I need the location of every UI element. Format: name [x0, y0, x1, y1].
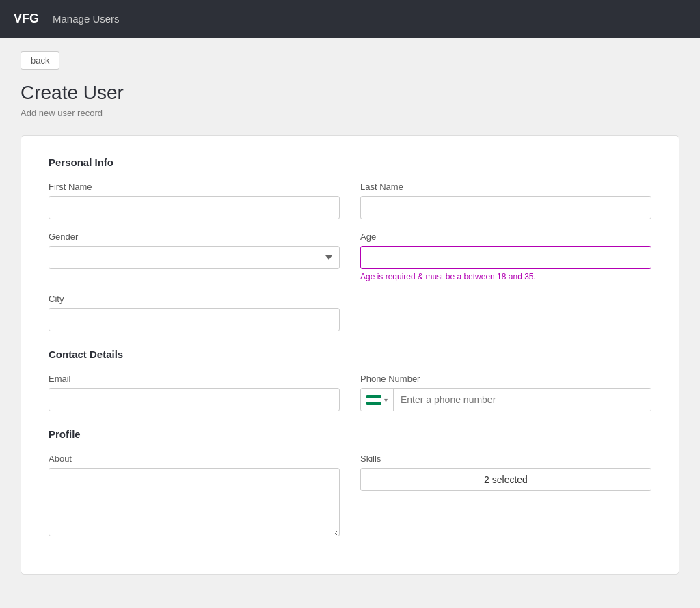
city-spacer: [360, 294, 651, 331]
personal-info-section: Personal Info First Name Last Name Gende…: [49, 156, 651, 331]
profile-row: About Skills 2 selected: [49, 454, 651, 536]
contact-row: Email Phone Number ▾: [49, 374, 651, 411]
email-label: Email: [49, 374, 340, 384]
city-input[interactable]: [49, 308, 340, 331]
contact-details-title: Contact Details: [49, 348, 651, 360]
last-name-input[interactable]: [360, 196, 651, 219]
last-name-label: Last Name: [360, 182, 651, 192]
nigeria-flag-icon: [366, 395, 381, 405]
phone-number-input[interactable]: [394, 389, 651, 411]
profile-section: Profile About Skills 2 selected: [49, 428, 651, 536]
back-button[interactable]: back: [21, 51, 59, 70]
age-label: Age: [360, 232, 651, 242]
page-subtitle: Add new user record: [21, 108, 679, 118]
city-row: City: [49, 294, 651, 331]
city-group: City: [49, 294, 340, 331]
phone-country-selector[interactable]: ▾: [361, 389, 394, 411]
gender-select[interactable]: Male Female Other: [49, 246, 340, 269]
first-name-group: First Name: [49, 182, 340, 219]
phone-group: Phone Number ▾: [360, 374, 651, 411]
gender-group: Gender Male Female Other: [49, 232, 340, 281]
last-name-group: Last Name: [360, 182, 651, 219]
phone-label: Phone Number: [360, 374, 651, 384]
age-error-msg: Age is required & must be a between 18 a…: [360, 272, 651, 281]
skills-label: Skills: [360, 454, 651, 464]
phone-chevron-icon: ▾: [384, 396, 388, 404]
page-title: Create User: [21, 82, 679, 104]
about-textarea[interactable]: [49, 468, 340, 536]
navbar: VFG Manage Users: [0, 0, 700, 38]
form-card: Personal Info First Name Last Name Gende…: [21, 135, 679, 575]
first-name-input[interactable]: [49, 196, 340, 219]
age-input[interactable]: [360, 246, 651, 269]
gender-label: Gender: [49, 232, 340, 242]
skills-dropdown[interactable]: 2 selected: [360, 468, 651, 491]
email-input[interactable]: [49, 388, 340, 411]
personal-info-title: Personal Info: [49, 156, 651, 168]
email-group: Email: [49, 374, 340, 411]
contact-details-section: Contact Details Email Phone Number ▾: [49, 348, 651, 411]
name-row: First Name Last Name: [49, 182, 651, 219]
navbar-brand: VFG: [14, 12, 39, 26]
first-name-label: First Name: [49, 182, 340, 192]
age-group: Age Age is required & must be a between …: [360, 232, 651, 281]
city-label: City: [49, 294, 340, 304]
navbar-title: Manage Users: [53, 13, 120, 25]
page-content: back Create User Add new user record Per…: [0, 38, 700, 588]
phone-input-wrapper: ▾: [360, 388, 651, 411]
skills-group: Skills 2 selected: [360, 454, 651, 536]
profile-title: Profile: [49, 428, 651, 440]
gender-age-row: Gender Male Female Other Age Age is requ…: [49, 232, 651, 281]
about-group: About: [49, 454, 340, 536]
about-label: About: [49, 454, 340, 464]
